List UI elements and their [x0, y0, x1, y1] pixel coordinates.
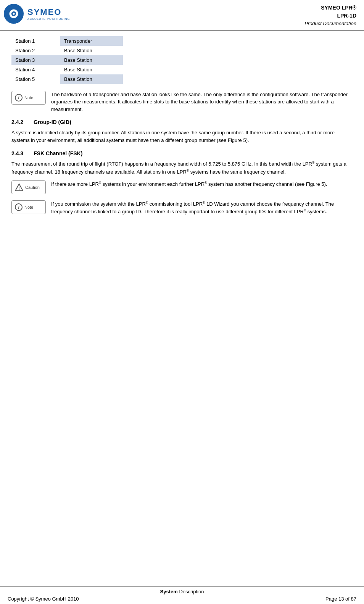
header-title-area: SYMEO LPR® LPR-1D Product Documentation — [304, 4, 356, 27]
table-row: Station 1Transponder — [11, 36, 123, 46]
section-243-heading: 2.4.3 FSK Channel (FSK) — [11, 150, 353, 156]
station-name-cell: Station 2 — [11, 46, 60, 55]
section-242-body: A system is identified clearly by its gr… — [11, 129, 353, 144]
station-name-cell: Station 5 — [11, 74, 60, 84]
svg-point-3 — [13, 13, 14, 14]
table-row: Station 2Base Station — [11, 46, 123, 55]
main-content: Station 1TransponderStation 2Base Statio… — [0, 31, 364, 216]
note1-label: Note — [24, 95, 33, 100]
section-243-body: The measurement of the round trip of fli… — [11, 160, 353, 176]
note1-box: i Note — [11, 91, 46, 105]
product-sub: LPR-1D — [304, 12, 356, 20]
product-name: SYMEO LPR® — [304, 4, 356, 12]
page-header: SYMEO ABSOLUTE POSITIONING SYMEO LPR® LP… — [0, 0, 364, 31]
section-242-title: Group-ID (GID) — [34, 119, 71, 125]
section-243-number: 2.4.3 — [11, 150, 27, 156]
station-type-cell: Base Station — [60, 46, 123, 55]
table-row: Station 3Base Station — [11, 55, 123, 65]
caution-triangle-icon: ! — [15, 183, 23, 192]
station-name-cell: Station 3 — [11, 55, 60, 65]
station-type-cell: Base Station — [60, 74, 123, 84]
station-type-cell: Base Station — [60, 55, 123, 65]
product-doc: Product Documentation — [304, 20, 356, 27]
svg-text:!: ! — [18, 186, 20, 190]
section-242-number: 2.4.2 — [11, 119, 27, 125]
logo-icon — [4, 4, 24, 24]
table-row: Station 5Base Station — [11, 74, 123, 84]
logo-tagline: ABSOLUTE POSITIONING — [27, 17, 70, 21]
station-type-cell: Transponder — [60, 36, 123, 46]
caution1-container: ! Caution If there are more LPR® systems… — [11, 180, 353, 194]
footer-center: System Description — [8, 589, 356, 594]
note2-label: Note — [24, 205, 33, 209]
note2-box: i Note — [11, 200, 46, 214]
footer-normal-text: Description — [178, 589, 204, 594]
logo-area: SYMEO ABSOLUTE POSITIONING — [4, 4, 70, 24]
caution1-label: Caution — [25, 185, 40, 190]
note1-container: i Note The hardware of a transponder and… — [11, 91, 353, 113]
footer-bottom-row: Copyright © Symeo GmbH 2010 Page 13 of 8… — [8, 596, 356, 602]
logo-text-area: SYMEO ABSOLUTE POSITIONING — [27, 7, 70, 21]
info-icon: i — [15, 94, 23, 101]
note1-text: The hardware of a transponder and base s… — [51, 91, 353, 113]
caution1-text: If there are more LPR® systems in your e… — [51, 180, 353, 188]
logo-symeo: SYMEO — [27, 7, 61, 17]
section-243-title: FSK Channel (FSK) — [34, 150, 82, 156]
footer-copyright: Copyright © Symeo GmbH 2010 — [8, 596, 79, 602]
note2-container: i Note If you commission the system with… — [11, 200, 353, 216]
caution1-box: ! Caution — [11, 180, 46, 194]
info-icon-2: i — [15, 203, 23, 211]
station-name-cell: Station 1 — [11, 36, 60, 46]
station-type-cell: Base Station — [60, 65, 123, 74]
section-242-heading: 2.4.2 Group-ID (GID) — [11, 119, 353, 125]
page-footer: System Description Copyright © Symeo Gmb… — [0, 586, 364, 604]
station-table: Station 1TransponderStation 2Base Statio… — [11, 36, 123, 84]
table-row: Station 4Base Station — [11, 65, 123, 74]
footer-bold-text: System — [160, 589, 178, 594]
footer-page: Page 13 of 87 — [325, 596, 356, 602]
station-name-cell: Station 4 — [11, 65, 60, 74]
note2-text: If you commission the system with the LP… — [51, 200, 353, 216]
